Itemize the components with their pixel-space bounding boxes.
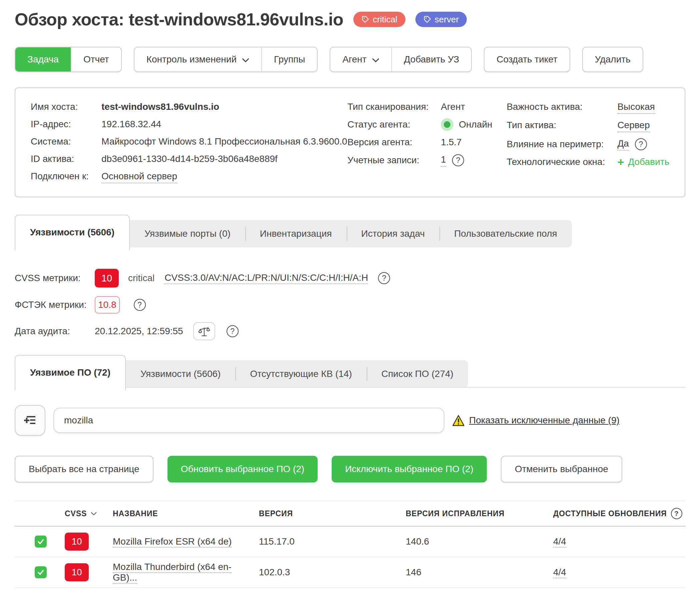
help-icon[interactable]: [671, 508, 682, 519]
fstek-metrics-label: ФСТЭК метрики:: [15, 300, 95, 310]
groups-button[interactable]: Группы: [261, 47, 317, 71]
tag-server[interactable]: server: [416, 12, 467, 27]
search-input[interactable]: [53, 408, 444, 433]
main-tabs-row: Уязвимости (5606) Уязвимые порты (0) Инв…: [15, 215, 685, 250]
help-icon[interactable]: [378, 272, 390, 284]
search-row: Показать исключенные данные (9): [15, 405, 685, 436]
add-maintenance-window-link[interactable]: Добавить: [617, 156, 669, 168]
agent-status-label: Статус агента:: [347, 119, 441, 130]
tab-custom-fields[interactable]: Пользовательские поля: [440, 220, 572, 247]
system-label: Система:: [31, 136, 101, 148]
host-info-panel: Имя хоста: test-windows81.96vulns.io IP-…: [15, 88, 685, 197]
row-checkbox[interactable]: [35, 566, 47, 578]
tab-task-history[interactable]: История задач: [347, 220, 440, 247]
help-icon[interactable]: [227, 325, 239, 337]
update-selected-button[interactable]: Обновить выбранное ПО (2): [168, 456, 318, 482]
subtab-missing-updates[interactable]: Отсутствующие КВ (14): [235, 360, 366, 388]
asset-importance-link[interactable]: Высокая: [617, 101, 655, 114]
show-excluded-data: Показать исключенные данные (9): [452, 415, 620, 426]
plus-icon: [617, 156, 624, 168]
agent-status-row: Статус агента: Онлайн: [347, 118, 506, 131]
exclude-selected-button[interactable]: Исключить выбранное ПО (2): [332, 456, 487, 482]
software-version: 115.17.0: [248, 536, 395, 547]
report-button[interactable]: Отчет: [71, 47, 121, 71]
subtab-software-list[interactable]: Список ПО (274): [367, 360, 468, 388]
sub-tabs: Уязвимое ПО (72) Уязвимости (5606) Отсут…: [15, 360, 468, 388]
check-icon: [37, 568, 45, 576]
accounts-link[interactable]: 1: [441, 153, 446, 167]
connected-to-link[interactable]: Основной сервер: [101, 170, 177, 183]
column-header-cvss[interactable]: CVSS: [54, 509, 102, 518]
row-checkbox[interactable]: [35, 535, 47, 548]
agent-button[interactable]: Агент: [330, 47, 391, 71]
toolbar: Задача Отчет Контроль изменений Группы А…: [15, 47, 685, 72]
cancel-selected-button[interactable]: Отменить выбранное: [501, 456, 622, 482]
subtab-vulnerabilities[interactable]: Уязвимости (5606): [126, 360, 235, 388]
select-all-button[interactable]: Выбрать все на странице: [15, 456, 153, 482]
task-report-group: Задача Отчет: [15, 47, 122, 72]
tag-icon: [423, 15, 431, 23]
cvss-vector-link[interactable]: CVSS:3.0/AV:N/AC:L/PR:N/UI:N/S:C/C:H/I:H…: [165, 272, 368, 284]
available-updates-link[interactable]: 4/4: [553, 536, 566, 548]
available-updates-link[interactable]: 4/4: [553, 567, 566, 578]
software-name-link[interactable]: Mozilla Thunderbird (x64 en-GB)...: [113, 561, 231, 584]
fstek-metrics-row: ФСТЭК метрики: 10.8: [15, 296, 685, 313]
change-control-group: Контроль изменений Группы: [134, 47, 318, 72]
change-control-button[interactable]: Контроль изменений: [134, 47, 261, 71]
subtab-vulnerable-software[interactable]: Уязвимое ПО (72): [15, 355, 126, 390]
host-name-value: test-windows81.96vulns.io: [101, 101, 219, 113]
compare-scales-button[interactable]: [193, 322, 215, 340]
connected-to-label: Подключен к:: [31, 170, 101, 182]
host-info-column-main: Имя хоста: test-windows81.96vulns.io IP-…: [31, 101, 347, 189]
tag-icon: [361, 15, 369, 23]
chevron-down-icon: [372, 58, 379, 63]
audit-date-row: Дата аудита: 20.12.2025, 12:59:55: [15, 322, 685, 340]
help-icon[interactable]: [452, 154, 464, 166]
maintenance-windows-row: Технологические окна: Добавить: [506, 156, 669, 168]
cvss-severity: critical: [128, 273, 154, 284]
create-ticket-button[interactable]: Создать тикет: [484, 47, 570, 72]
connected-to-row: Подключен к: Основной сервер: [31, 170, 347, 183]
asset-type-label: Тип актива:: [506, 119, 617, 131]
delete-button[interactable]: Удалить: [582, 47, 643, 72]
table-header-row: CVSS НАЗВАНИЕ ВЕРСИЯ ВЕРСИЯ ИСПРАВЛЕНИЯ …: [15, 501, 685, 527]
software-name-link[interactable]: Mozilla Firefox ESR (x64 de): [113, 536, 231, 548]
agent-version-row: Версия агента: 1.5.7: [347, 136, 506, 148]
ip-address-row: IP-адрес: 192.168.32.44: [31, 118, 347, 130]
add-account-button[interactable]: Добавить УЗ: [391, 47, 471, 71]
host-info-column-agent: Тип сканирования: Агент Статус агента: О…: [347, 101, 506, 189]
help-icon[interactable]: [134, 299, 146, 311]
check-icon: [37, 537, 45, 546]
task-button[interactable]: Задача: [15, 47, 71, 71]
column-header-fix-version: ВЕРСИЯ ИСПРАВЛЕНИЯ: [395, 509, 543, 518]
warning-icon: [452, 415, 465, 426]
ip-address-label: IP-адрес:: [31, 118, 101, 130]
page-header: Обзор хоста: test-windows81.96vulns.io c…: [15, 9, 685, 29]
perimeter-impact-link[interactable]: Да: [617, 138, 629, 150]
scales-icon: [198, 325, 211, 337]
help-icon[interactable]: [635, 138, 647, 150]
system-row: Система: Майкрософт Windows 8.1 Професси…: [31, 136, 347, 148]
audit-date-value: 20.12.2025, 12:59:55: [95, 326, 183, 337]
accounts-label: Учетные записи:: [347, 154, 441, 166]
cvss-score-badge: 10: [95, 269, 119, 287]
sub-tabs-row: Уязвимое ПО (72) Уязвимости (5606) Отсут…: [15, 355, 685, 390]
add-filter-button[interactable]: [15, 405, 45, 436]
asset-id-row: ID актива: db3e0961-1330-4d14-b259-3b06a…: [31, 153, 347, 165]
software-fix-version: 140.6: [395, 536, 543, 547]
asset-type-link[interactable]: Сервер: [617, 119, 650, 132]
show-excluded-data-link[interactable]: Показать исключенные данные (9): [469, 415, 620, 426]
tag-critical[interactable]: critical: [353, 12, 405, 27]
tab-inventory[interactable]: Инвентаризация: [245, 220, 347, 247]
tab-vulnerabilities[interactable]: Уязвимости (5606): [15, 215, 130, 250]
bulk-actions-row: Выбрать все на странице Обновить выбранн…: [15, 456, 685, 482]
add-maintenance-window-label: Добавить: [628, 156, 669, 168]
scan-type-value: Агент: [441, 101, 465, 113]
vulnerable-software-table: CVSS НАЗВАНИЕ ВЕРСИЯ ВЕРСИЯ ИСПРАВЛЕНИЯ …: [15, 501, 685, 588]
agent-group: Агент Добавить УЗ: [330, 47, 472, 72]
tag-server-label: server: [435, 14, 459, 25]
agent-label: Агент: [342, 54, 366, 65]
add-filter-icon: [23, 413, 38, 428]
online-status-icon: [441, 118, 453, 131]
tab-vulnerable-ports[interactable]: Уязвимые порты (0): [130, 220, 245, 247]
